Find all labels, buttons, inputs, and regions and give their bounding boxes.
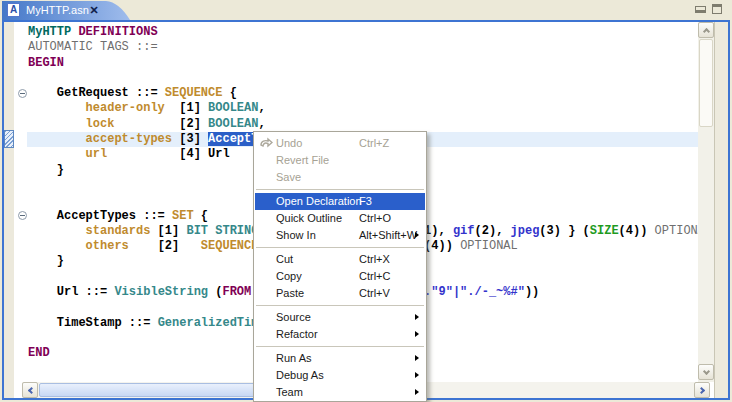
menu-item-source[interactable]: Source [255, 309, 425, 326]
menu-item-shortcut: Ctrl+V [359, 285, 390, 302]
code-token [28, 224, 86, 238]
code-token: END [28, 346, 50, 360]
editor-tab-bar: A MyHTTP.asn ✕ [0, 0, 732, 20]
menu-item-debug-as[interactable]: Debug As [255, 367, 425, 384]
asn-file-icon: A [7, 3, 20, 17]
code-token: (3) } ( [539, 224, 589, 238]
code-token: [2] [129, 239, 201, 253]
chevron-right-icon [697, 386, 704, 393]
code-token: Url ::= [28, 285, 114, 299]
chevron-left-icon [27, 386, 34, 393]
horizontal-scrollbar-thumb[interactable] [39, 383, 289, 397]
menu-item-team[interactable]: Team [255, 384, 425, 401]
submenu-arrow-icon [415, 355, 419, 361]
menu-item-shortcut: Ctrl+X [359, 251, 390, 268]
code-token: } [28, 163, 64, 177]
code-token: , [258, 117, 265, 131]
menu-item-quick-outline[interactable]: Quick OutlineCtrl+O [255, 210, 425, 227]
code-token: MyHTTP [28, 25, 78, 39]
code-token: SIZE [590, 224, 619, 238]
code-token: SEQUENCE [165, 86, 223, 100]
overview-ruler[interactable] [714, 22, 728, 398]
code-token: gif [453, 224, 475, 238]
code-token: } [28, 254, 64, 268]
menu-item-paste[interactable]: PasteCtrl+V [255, 285, 425, 302]
menu-item-label: Debug As [276, 367, 324, 384]
menu-item-revert-file[interactable]: Revert File [255, 152, 425, 169]
vertical-scrollbar[interactable] [698, 22, 714, 382]
menu-separator [256, 186, 424, 193]
code-token: OPTIONAL [655, 224, 698, 238]
menu-item-label: Source [276, 309, 311, 326]
code-token: lock [86, 117, 115, 131]
code-token: [2] [114, 117, 208, 131]
menu-item-cut[interactable]: CutCtrl+X [255, 251, 425, 268]
code-line[interactable]: lock [2] BOOLEAN, [28, 117, 698, 132]
code-token: AUTOMATIC TAGS ::= [28, 40, 158, 54]
code-token: jpeg [511, 224, 540, 238]
menu-item-label: Save [276, 169, 301, 186]
menu-item-show-in[interactable]: Show InAlt+Shift+W [255, 227, 425, 244]
scroll-up-button[interactable] [698, 22, 714, 38]
code-token: (2), [475, 224, 511, 238]
tab-myhttp-asn[interactable]: A MyHTTP.asn ✕ [2, 1, 130, 20]
code-token: accept-types [86, 132, 172, 146]
menu-item-save[interactable]: Save [255, 169, 425, 186]
code-token: [1] [150, 224, 186, 238]
submenu-arrow-icon [415, 389, 419, 395]
submenu-arrow-icon [415, 331, 419, 337]
maximize-view-icon[interactable] [712, 4, 722, 14]
code-token: [1] [165, 101, 208, 115]
code-token: BIT STRING [186, 224, 258, 238]
code-token [28, 132, 86, 146]
chevron-down-icon [702, 367, 709, 374]
minimize-view-icon[interactable] [695, 6, 706, 13]
menu-item-shortcut: Ctrl+O [359, 210, 391, 227]
code-token: GetRequest ::= [28, 86, 165, 100]
scroll-right-button[interactable] [694, 382, 710, 398]
code-line[interactable] [28, 71, 698, 86]
code-token: OPTIONAL [460, 239, 518, 253]
code-line[interactable]: AUTOMATIC TAGS ::= [28, 40, 698, 55]
menu-separator [256, 343, 424, 350]
undo-icon [259, 137, 273, 150]
code-line[interactable]: MyHTTP DEFINITIONS [28, 25, 698, 40]
folding-margin[interactable] [14, 22, 27, 382]
menu-item-refactor[interactable]: Refactor [255, 326, 425, 343]
code-token [28, 71, 35, 85]
code-token [28, 193, 35, 207]
code-token: DEFINITIONS [78, 25, 157, 39]
code-token: GeneralizedTime [158, 316, 266, 330]
scroll-left-button[interactable] [22, 382, 38, 398]
code-token: standards [86, 224, 151, 238]
code-token: url [86, 147, 108, 161]
scroll-down-button[interactable] [698, 364, 714, 380]
code-line[interactable]: BEGIN [28, 56, 698, 71]
code-token: [3] [172, 132, 208, 146]
menu-item-run-as[interactable]: Run As [255, 350, 425, 367]
menu-item-shortcut: Ctrl+Z [359, 135, 389, 152]
code-token [28, 101, 86, 115]
vertical-scrollbar-thumb[interactable] [699, 39, 713, 127]
margin-corner [14, 382, 22, 398]
code-token: AcceptTypes ::= [28, 209, 172, 223]
code-line[interactable]: GetRequest ::= SEQUENCE { [28, 86, 698, 101]
menu-item-shortcut: Ctrl+C [359, 268, 390, 285]
chevron-up-icon [702, 27, 709, 34]
tab-close-icon[interactable]: ✕ [88, 3, 100, 17]
submenu-arrow-icon [415, 372, 419, 378]
code-token [28, 117, 86, 131]
code-token: )) [525, 285, 539, 299]
code-token: TimeStamp ::= [28, 316, 158, 330]
fold-collapse-icon[interactable] [18, 89, 27, 98]
selection-range-marker [4, 130, 14, 148]
menu-item-undo[interactable]: UndoCtrl+Z [255, 135, 425, 152]
annotation-ruler[interactable] [4, 22, 14, 398]
code-token: others [86, 239, 129, 253]
menu-item-open-declaration[interactable]: Open DeclarationF3 [255, 193, 425, 210]
code-token: (4)) [424, 239, 460, 253]
menu-item-label: Undo [276, 135, 302, 152]
menu-item-label: Quick Outline [276, 210, 342, 227]
code-line[interactable]: header-only [1] BOOLEAN, [28, 101, 698, 116]
menu-item-copy[interactable]: CopyCtrl+C [255, 268, 425, 285]
